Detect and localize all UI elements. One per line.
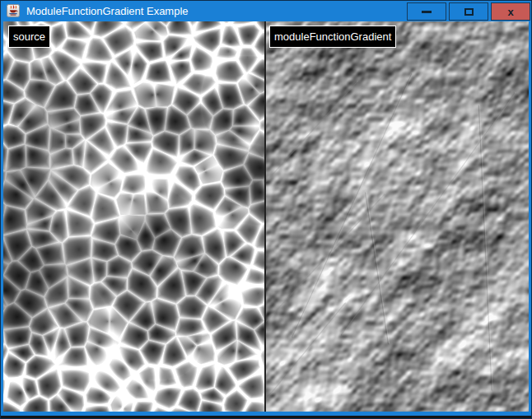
close-icon: x (507, 7, 513, 17)
source-image (3, 21, 264, 412)
gradient-image (266, 21, 529, 412)
minimize-icon (422, 11, 432, 13)
source-panel: source (3, 21, 264, 412)
content-area: source moduleFunctionGradient (3, 21, 529, 412)
gradient-label: moduleFunctionGradient (269, 26, 396, 48)
close-button[interactable]: x (491, 2, 530, 21)
window-bottom-edge (1, 416, 531, 418)
source-label: source (8, 26, 50, 48)
minimize-button[interactable] (407, 2, 446, 21)
maximize-button[interactable] (449, 2, 488, 21)
app-window: ModuleFunctionGradient Example x source … (0, 0, 532, 419)
java-coffee-cup-icon (7, 4, 20, 17)
window-controls: x (407, 2, 530, 21)
maximize-icon (464, 8, 474, 16)
gradient-panel: moduleFunctionGradient (266, 21, 529, 412)
window-title: ModuleFunctionGradient Example (26, 1, 189, 21)
titlebar[interactable]: ModuleFunctionGradient Example x (1, 1, 531, 21)
